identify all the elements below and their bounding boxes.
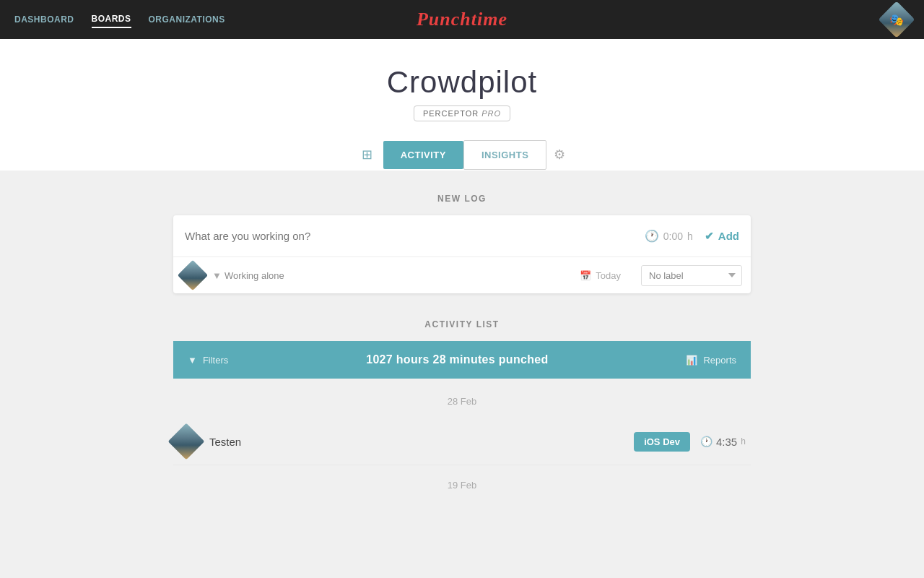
date-divider-1: 28 Feb xyxy=(173,396,751,407)
app-logo: Punchtime xyxy=(417,9,507,30)
item-clock-icon: 🕐 xyxy=(700,436,712,447)
add-log-button[interactable]: ✔ Add xyxy=(705,230,739,243)
date-picker[interactable]: 📅 Today xyxy=(580,270,621,281)
item-time-value: 4:35 xyxy=(716,436,737,448)
activity-banner: ▼ Filters 1027 hours 28 minutes punched … xyxy=(173,341,751,379)
main-content: NEW LOG 🕐 0:00 h ✔ Add ▼ Working alone 📅… xyxy=(0,171,924,561)
project-title: Crowdpilot xyxy=(0,65,924,100)
nav-dashboard[interactable]: DASHBOARD xyxy=(14,12,74,27)
badge-text: PERCEPTOR xyxy=(423,109,479,118)
nav-links: DASHBOARD BOARDS ORGANIZATIONS xyxy=(14,11,225,28)
tab-settings[interactable]: ⚙ xyxy=(546,142,572,168)
hero-section: Crowdpilot PERCEPTOR pro ⊞ ACTIVITY INSI… xyxy=(0,39,924,171)
date-label-2: 19 Feb xyxy=(448,480,476,491)
item-avatar xyxy=(168,423,205,460)
date-label-1: 28 Feb xyxy=(448,396,476,407)
filters-label: Filters xyxy=(203,355,228,366)
reports-icon: 📊 xyxy=(686,355,697,366)
project-badge: PERCEPTOR pro xyxy=(414,105,510,121)
filters-button[interactable]: ▼ Filters xyxy=(188,355,228,366)
item-time-unit: h xyxy=(741,436,746,447)
item-label-badge: iOS Dev xyxy=(634,432,690,452)
item-name: Testen xyxy=(209,436,624,448)
activity-list-label: ACTIVITY LIST xyxy=(173,319,751,329)
new-log-top-row: 🕐 0:00 h ✔ Add xyxy=(173,215,751,257)
label-select[interactable]: No label iOS Dev xyxy=(641,265,742,286)
clock-icon: 🕐 xyxy=(645,229,659,243)
time-display: 🕐 0:00 h xyxy=(645,229,693,243)
time-unit: h xyxy=(687,230,693,242)
check-icon: ✔ xyxy=(705,230,714,243)
user-avatar-small xyxy=(178,260,208,290)
new-log-bottom-row: ▼ Working alone 📅 Today No label iOS Dev xyxy=(173,257,751,293)
date-divider-2: 19 Feb xyxy=(173,480,751,491)
gear-icon: ⚙ xyxy=(554,147,565,163)
activity-list-section: ACTIVITY LIST ▼ Filters 1027 hours 28 mi… xyxy=(173,319,751,491)
avatar-image: 🎭 xyxy=(889,13,904,27)
nav-boards[interactable]: BOARDS xyxy=(92,11,131,28)
punched-hours-text: 1027 hours 28 minutes punched xyxy=(228,353,686,366)
board-grid-icon: ⊞ xyxy=(362,147,372,163)
reports-button[interactable]: 📊 Reports xyxy=(686,355,736,366)
badge-suffix: pro xyxy=(481,109,501,118)
add-label: Add xyxy=(718,230,739,242)
calendar-icon: 📅 xyxy=(580,270,591,281)
tab-board-icon[interactable]: ⊞ xyxy=(352,139,383,171)
tabs-row: ⊞ ACTIVITY INSIGHTS ⚙ xyxy=(0,139,924,171)
activity-item: Testen iOS Dev 🕐 4:35 h xyxy=(173,418,751,465)
new-log-container: 🕐 0:00 h ✔ Add ▼ Working alone 📅 Today N… xyxy=(173,215,751,293)
nav-organizations[interactable]: ORGANIZATIONS xyxy=(149,12,225,27)
time-value: 0:00 xyxy=(663,230,683,242)
filter-icon: ▼ xyxy=(188,355,197,366)
working-alone-selector[interactable]: ▼ Working alone xyxy=(212,270,284,281)
tab-insights[interactable]: INSIGHTS xyxy=(463,140,546,170)
caret-icon: ▼ xyxy=(212,270,222,281)
new-log-section-label: NEW LOG xyxy=(0,194,924,204)
working-alone-label: Working alone xyxy=(225,270,284,281)
new-log-input[interactable] xyxy=(185,230,645,242)
item-time: 🕐 4:35 h xyxy=(700,436,751,448)
tab-activity[interactable]: ACTIVITY xyxy=(383,141,463,169)
top-navigation: DASHBOARD BOARDS ORGANIZATIONS Punchtime… xyxy=(0,0,924,39)
date-value: Today xyxy=(596,270,621,281)
reports-label: Reports xyxy=(703,355,736,366)
user-avatar[interactable]: 🎭 xyxy=(879,1,915,38)
